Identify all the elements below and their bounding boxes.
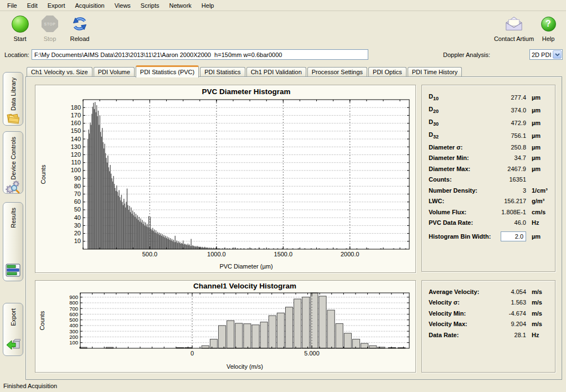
chevron-down-icon[interactable] <box>553 50 562 59</box>
menu-item-acquisition[interactable]: Acquisition <box>70 0 110 11</box>
pvc-statistics-panel: D10277.4µmD20374.0µmD30472.9µmD32756.1µm… <box>421 85 555 272</box>
contact-artium-icon <box>505 14 523 33</box>
stat-label: D20 <box>429 106 491 114</box>
menu-item-edit[interactable]: Edit <box>22 0 43 11</box>
help-icon: ? <box>539 14 558 33</box>
stat-row-d30: D30472.9µm <box>429 116 550 129</box>
tab-page-pdi-statistics-pvc: PVC Diameter HistogramPVC Diameter (µm)C… <box>25 76 562 380</box>
stat-row-pvc-data-rate: PVC Data Rate:46.0Hz <box>429 218 550 229</box>
sidebar-item-label: Export <box>10 308 17 326</box>
sidebar-item-export[interactable]: Export <box>3 303 23 356</box>
stat-label: Diameter Min: <box>429 154 491 161</box>
location-input[interactable] <box>32 49 368 60</box>
svg-text:800: 800 <box>69 300 78 306</box>
stat-value: 4.054 <box>495 288 527 295</box>
tab-pdi-volume[interactable]: PDI Volume <box>94 67 135 77</box>
svg-text:2000.0: 2000.0 <box>341 251 359 257</box>
stat-value: 374.0 <box>491 107 527 114</box>
stat-label: Velocity Max: <box>429 321 495 327</box>
svg-text:40: 40 <box>74 214 81 221</box>
svg-text:600: 600 <box>69 311 78 317</box>
stat-row-d10: D10277.4µm <box>429 91 550 104</box>
stat-row-d32: D32756.1µm <box>429 129 550 142</box>
stat-value: 9.204 <box>495 321 527 327</box>
stop-button-label: Stop <box>44 35 56 42</box>
svg-text:300: 300 <box>69 328 78 334</box>
stat-unit: m/s <box>527 288 550 295</box>
sidebar-item-device-controls[interactable]: Device Controls <box>3 131 23 194</box>
stat-unit: µm <box>527 144 550 151</box>
histogram-bin-width-row: Histogram Bin Width: µm <box>429 229 550 244</box>
sidebar-item-data-library[interactable]: Data Library <box>3 72 23 126</box>
export-icon <box>6 338 20 353</box>
svg-text:1500.0: 1500.0 <box>274 251 293 257</box>
contact-artium-button[interactable]: Contact Artium <box>492 14 536 42</box>
start-icon <box>11 14 29 33</box>
stat-value: -4.674 <box>495 310 527 317</box>
velocity-statistics-panel: Average Velocity:4.054m/sVelocity σ:1.56… <box>421 280 555 373</box>
stat-unit: µm <box>527 132 550 139</box>
stat-label: PVC Data Rate: <box>429 219 491 226</box>
svg-text:10: 10 <box>74 238 81 244</box>
start-button[interactable]: Start <box>6 14 34 42</box>
stat-label: D30 <box>429 118 491 127</box>
menu-item-help[interactable]: Help <box>197 0 219 11</box>
svg-text:400: 400 <box>69 322 78 328</box>
svg-text:900: 900 <box>69 294 78 300</box>
svg-text:50: 50 <box>74 206 81 213</box>
tab-pdi-statistics-pvc[interactable]: PDI Statistics (PVC) <box>136 65 199 78</box>
reload-button-label: Reload <box>70 35 90 42</box>
help-button[interactable]: ? Help <box>537 14 559 42</box>
stat-label: Diameter σ: <box>429 144 491 151</box>
menu-item-scripts[interactable]: Scripts <box>136 0 164 11</box>
svg-text:70: 70 <box>74 190 81 197</box>
reload-icon <box>70 14 89 33</box>
reload-button[interactable]: Reload <box>65 14 94 42</box>
channel1-velocity-histogram-chart: Channel1 Velocity HistogramVelocity (m/s… <box>35 280 416 373</box>
stat-unit: µm <box>527 154 550 161</box>
svg-text:130: 130 <box>71 143 81 150</box>
svg-text:500.0: 500.0 <box>142 251 158 257</box>
stat-row-volume-flux: Volume Flux:1.808E-1cm/s <box>429 207 550 218</box>
status-bar: Finished Acquisition <box>3 383 57 389</box>
histogram-bin-width-input[interactable] <box>501 231 526 241</box>
tab-processor-settings[interactable]: Processor Settings <box>307 67 367 77</box>
tab-ch1-pdi-validation[interactable]: Ch1 PDI Validation <box>246 67 306 77</box>
device-controls-icon <box>6 180 20 195</box>
stat-value: 250.8 <box>491 144 527 151</box>
stat-row-average-velocity: Average Velocity:4.054m/s <box>429 286 550 297</box>
stat-row-counts: Counts:16351 <box>429 174 550 185</box>
stat-value: 1.808E-1 <box>491 209 527 215</box>
menu-item-network[interactable]: Network <box>164 0 196 11</box>
doppler-analysis-select[interactable]: 2D PDI <box>529 49 563 60</box>
svg-text:700: 700 <box>69 306 78 312</box>
stat-value: 34.7 <box>491 154 527 161</box>
stop-icon: STOP <box>40 14 59 33</box>
stop-button[interactable]: STOP Stop <box>35 14 64 42</box>
tab-pdi-optics[interactable]: PDI Optics <box>368 67 407 77</box>
location-label: Location: <box>4 51 29 58</box>
svg-text:PVC Diameter (µm): PVC Diameter (µm) <box>219 263 272 270</box>
tab-pdi-time-history[interactable]: PDI Time History <box>408 67 462 77</box>
menu-bar: FileEditExportAcquisitionViewsScriptsNet… <box>0 0 566 11</box>
stat-value: 46.0 <box>491 219 527 226</box>
svg-text:100: 100 <box>69 339 78 345</box>
stat-row-number-density: Number Density:31/cm³ <box>429 185 550 196</box>
menu-item-views[interactable]: Views <box>110 0 136 11</box>
tab-ch1-velocity-vs-size[interactable]: Ch1 Velocity vs. Size <box>27 67 92 77</box>
svg-text:60: 60 <box>74 198 81 205</box>
stat-unit: Hz <box>527 332 550 338</box>
doppler-analysis-value: 2D PDI <box>532 51 551 58</box>
bin-width-unit: µm <box>527 233 550 240</box>
tab-pdi-statistics[interactable]: PDI Statistics <box>200 67 245 77</box>
svg-text:180: 180 <box>71 104 81 111</box>
stat-value: 756.1 <box>491 132 527 139</box>
menu-item-file[interactable]: File <box>2 0 22 11</box>
sidebar-item-results[interactable]: Results <box>3 202 23 281</box>
pvc-diameter-histogram-chart: PVC Diameter HistogramPVC Diameter (µm)C… <box>35 85 416 273</box>
bin-width-label: Histogram Bin Width: <box>429 233 501 240</box>
stat-unit: m/s <box>527 299 550 306</box>
menu-item-export[interactable]: Export <box>43 0 70 11</box>
stat-value: 277.4 <box>491 94 527 101</box>
data-library-icon <box>6 111 20 126</box>
